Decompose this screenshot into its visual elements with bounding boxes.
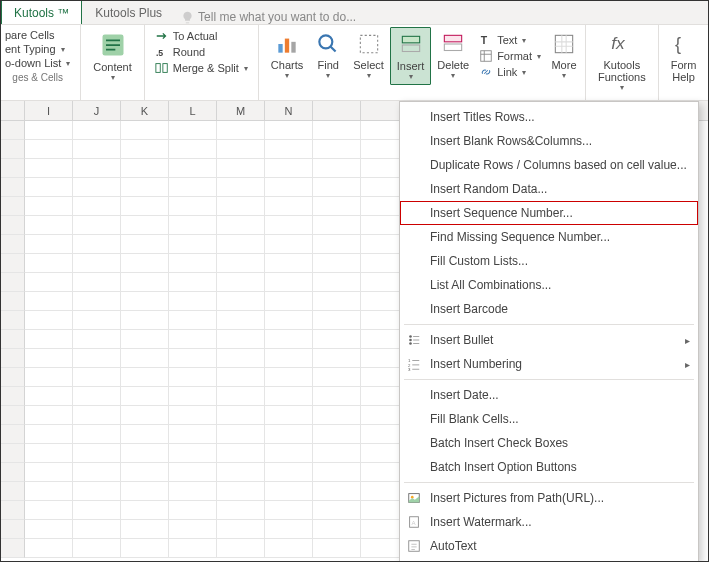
cell[interactable] (313, 140, 361, 159)
cell[interactable] (265, 425, 313, 444)
cell[interactable] (1, 159, 25, 178)
content-button[interactable]: Content ▾ (87, 27, 138, 82)
col-header[interactable]: J (73, 101, 121, 120)
cell[interactable] (265, 235, 313, 254)
compare-cells[interactable]: pare Cells (5, 29, 70, 41)
cell[interactable] (169, 235, 217, 254)
col-header[interactable]: M (217, 101, 265, 120)
cell[interactable] (217, 178, 265, 197)
cell[interactable] (121, 463, 169, 482)
cell[interactable] (313, 368, 361, 387)
cell[interactable] (169, 140, 217, 159)
cell[interactable] (73, 444, 121, 463)
cell[interactable] (25, 425, 73, 444)
cell[interactable] (1, 178, 25, 197)
more-button[interactable]: More▾ (545, 27, 583, 85)
cell[interactable] (169, 197, 217, 216)
cell[interactable] (73, 140, 121, 159)
cell[interactable] (217, 520, 265, 539)
cell[interactable] (73, 425, 121, 444)
cell[interactable] (217, 159, 265, 178)
menu-insert-random-data[interactable]: Insert Random Data... (400, 177, 698, 201)
cell[interactable] (73, 197, 121, 216)
cell[interactable] (265, 159, 313, 178)
text-button[interactable]: T Text▾ (479, 33, 541, 47)
cell[interactable] (73, 235, 121, 254)
cell[interactable] (313, 159, 361, 178)
menu-insert-blank-rows-cols[interactable]: Insert Blank Rows&Columns... (400, 129, 698, 153)
cell[interactable] (265, 539, 313, 558)
menu-insert-bullet[interactable]: Insert Bullet▸ (400, 328, 698, 352)
cell[interactable] (1, 501, 25, 520)
cell[interactable] (265, 254, 313, 273)
cell[interactable] (25, 311, 73, 330)
cell[interactable] (169, 387, 217, 406)
menu-fill-blank-cells[interactable]: Fill Blank Cells... (400, 407, 698, 431)
cell[interactable] (313, 463, 361, 482)
cell[interactable] (217, 330, 265, 349)
cell[interactable] (169, 330, 217, 349)
cell[interactable] (25, 501, 73, 520)
cell[interactable] (73, 387, 121, 406)
cell[interactable] (265, 349, 313, 368)
cell[interactable] (121, 197, 169, 216)
cell[interactable] (217, 254, 265, 273)
cell[interactable] (313, 178, 361, 197)
menu-insert-titles-rows[interactable]: Insert Titles Rows... (400, 105, 698, 129)
cell[interactable] (121, 254, 169, 273)
cell[interactable] (1, 520, 25, 539)
cell[interactable] (169, 216, 217, 235)
tell-me-search[interactable]: Tell me what you want to do... (181, 10, 356, 24)
cell[interactable] (169, 311, 217, 330)
cell[interactable] (1, 539, 25, 558)
cell[interactable] (121, 292, 169, 311)
cell[interactable] (313, 121, 361, 140)
cell[interactable] (169, 159, 217, 178)
cell[interactable] (25, 216, 73, 235)
cell[interactable] (25, 273, 73, 292)
cell[interactable] (265, 273, 313, 292)
menu-autotext[interactable]: AutoText (400, 534, 698, 558)
cell[interactable] (73, 216, 121, 235)
cell[interactable] (1, 349, 25, 368)
cell[interactable] (25, 463, 73, 482)
cell[interactable] (121, 539, 169, 558)
cell[interactable] (121, 159, 169, 178)
cell[interactable] (217, 444, 265, 463)
cell[interactable] (121, 368, 169, 387)
cell[interactable] (73, 463, 121, 482)
cell[interactable] (313, 406, 361, 425)
col-header[interactable]: I (25, 101, 73, 120)
cell[interactable] (169, 425, 217, 444)
cell[interactable] (121, 330, 169, 349)
cell[interactable] (313, 349, 361, 368)
menu-insert-pictures-url[interactable]: Insert Pictures from Path(URL)... (400, 486, 698, 510)
cell[interactable] (121, 216, 169, 235)
cell[interactable] (169, 254, 217, 273)
cell[interactable] (73, 121, 121, 140)
cell[interactable] (25, 539, 73, 558)
cell[interactable] (1, 444, 25, 463)
cell[interactable] (265, 178, 313, 197)
cell[interactable] (25, 121, 73, 140)
menu-duplicate-rows-cols[interactable]: Duplicate Rows / Columns based on cell v… (400, 153, 698, 177)
menu-list-combinations[interactable]: List All Combinations... (400, 273, 698, 297)
charts-button[interactable]: Charts▾ (265, 27, 309, 85)
col-header[interactable]: L (169, 101, 217, 120)
cell[interactable] (265, 501, 313, 520)
col-header[interactable]: K (121, 101, 169, 120)
cell[interactable] (121, 178, 169, 197)
cell[interactable] (73, 273, 121, 292)
cell[interactable] (1, 216, 25, 235)
cell[interactable] (265, 121, 313, 140)
select-button[interactable]: Select▾ (347, 27, 390, 85)
col-header[interactable]: N (265, 101, 313, 120)
cell[interactable] (169, 520, 217, 539)
cell[interactable] (169, 463, 217, 482)
link-button[interactable]: Link▾ (479, 65, 541, 79)
cell[interactable] (265, 444, 313, 463)
cell[interactable] (73, 330, 121, 349)
cell[interactable] (1, 463, 25, 482)
cell[interactable] (73, 254, 121, 273)
cell[interactable] (1, 197, 25, 216)
